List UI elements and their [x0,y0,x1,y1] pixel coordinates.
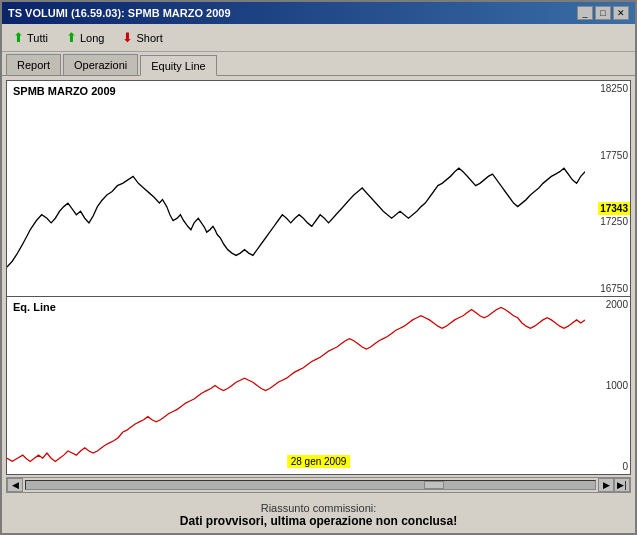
long-label: Long [80,32,104,44]
price-y-label-4: 16750 [585,283,628,294]
tutti-icon: ⬆ [13,30,24,45]
equity-chart-svg [7,297,585,474]
price-y-label-3: 17250 [585,216,628,227]
equity-chart-label: Eq. Line [13,301,56,313]
maximize-button[interactable]: □ [595,6,611,20]
scrollbar-thumb[interactable] [424,481,444,489]
titlebar: TS VOLUMI (16.59.03): SPMB MARZO 2009 _ … [2,2,635,24]
status-bar: Riassunto commissioni: Dati provvisori, … [2,497,635,533]
window-title: TS VOLUMI (16.59.03): SPMB MARZO 2009 [8,7,231,19]
horizontal-scrollbar[interactable]: ◀ ▶ ▶| [6,477,631,493]
toolbar: ⬆ Tutti ⬆ Long ⬇ Short [2,24,635,52]
price-y-label-1: 18250 [585,83,628,94]
scroll-end-button[interactable]: ▶| [614,478,630,492]
x-axis-label: 28 gen 2009 [287,455,351,468]
short-button[interactable]: ⬇ Short [115,27,169,48]
price-chart-svg [7,81,585,296]
main-content: SPMB MARZO 2009 18250 17750 17250 16750 … [2,76,635,497]
status-line2: Dati provvisori, ultima operazione non c… [180,514,457,528]
tab-operazioni[interactable]: Operazioni [63,54,138,75]
long-icon: ⬆ [66,30,77,45]
current-price-badge: 17343 [598,202,630,215]
long-button[interactable]: ⬆ Long [59,27,111,48]
price-chart: SPMB MARZO 2009 18250 17750 17250 16750 … [7,81,630,297]
chart-area: SPMB MARZO 2009 18250 17750 17250 16750 … [6,80,631,475]
equity-y-label-2: 1000 [585,380,628,391]
equity-y-axis: 2000 1000 0 [585,297,630,474]
tutti-button[interactable]: ⬆ Tutti [6,27,55,48]
tutti-label: Tutti [27,32,48,44]
equity-chart: Eq. Line 2000 1000 0 28 gen 2009 [7,297,630,474]
price-y-label-2: 17750 [585,150,628,161]
window-controls: _ □ ✕ [577,6,629,20]
tab-report[interactable]: Report [6,54,61,75]
scroll-left-button[interactable]: ◀ [7,478,23,492]
minimize-button[interactable]: _ [577,6,593,20]
price-chart-label: SPMB MARZO 2009 [13,85,116,97]
equity-y-label-3: 0 [585,461,628,472]
status-line1: Riassunto commissioni: [261,502,377,514]
close-button[interactable]: ✕ [613,6,629,20]
equity-y-label-1: 2000 [585,299,628,310]
tab-equity-line[interactable]: Equity Line [140,55,216,76]
scrollbar-track[interactable] [25,480,596,490]
short-label: Short [136,32,162,44]
scroll-right-button[interactable]: ▶ [598,478,614,492]
short-icon: ⬇ [122,30,133,45]
tabs-bar: Report Operazioni Equity Line [2,52,635,76]
main-window: TS VOLUMI (16.59.03): SPMB MARZO 2009 _ … [0,0,637,535]
price-y-axis: 18250 17750 17250 16750 [585,81,630,296]
